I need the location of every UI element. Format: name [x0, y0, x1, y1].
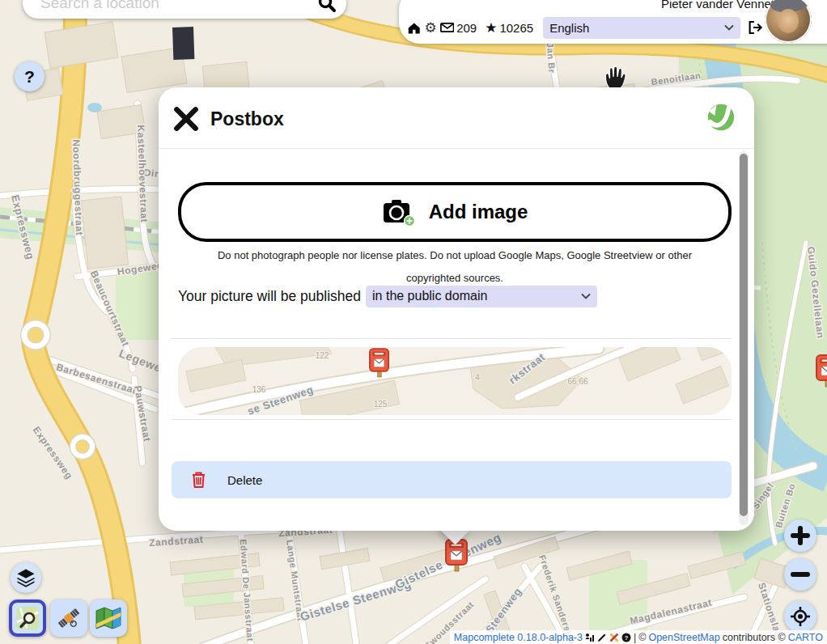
- question-circle-icon: ?: [621, 633, 631, 642]
- trash-icon: [191, 471, 206, 489]
- location-minimap[interactable]: 122136se Steenweg1254rkstraat66;66: [178, 347, 732, 415]
- house-number-label: 4: [475, 373, 480, 382]
- chevron-down-icon: [724, 24, 734, 31]
- language-select[interactable]: English: [543, 17, 740, 39]
- language-value: English: [549, 21, 589, 35]
- carto-link[interactable]: CARTO: [788, 632, 823, 643]
- add-image-label: Add image: [429, 201, 528, 223]
- modal-scrollbar[interactable]: [739, 151, 749, 525]
- flag-icon: [609, 633, 619, 642]
- avatar[interactable]: [765, 0, 812, 43]
- stats-icon: [585, 633, 595, 642]
- mapcomplete-version-link[interactable]: Mapcomplete 0.18.0-alpha-3: [454, 632, 583, 643]
- geolocate-button[interactable]: [784, 600, 816, 633]
- folded-map-icon: [95, 607, 121, 629]
- house-number-label: 122: [316, 351, 329, 360]
- attrib-separator: |: [634, 632, 636, 643]
- zoom-in-button[interactable]: [784, 519, 816, 552]
- image-upload-note: Do not photograph people nor license pla…: [189, 244, 720, 290]
- background-satellite-button[interactable]: [50, 600, 87, 637]
- search-bar[interactable]: [23, 0, 346, 19]
- satellite-icon: [57, 606, 81, 630]
- camera-plus-icon: [382, 197, 416, 227]
- attrib-contributors: contributors ©: [723, 632, 786, 643]
- license-label: Your picture will be published: [178, 288, 361, 305]
- delete-label: Delete: [227, 473, 262, 487]
- house-number-label: 136: [252, 385, 266, 394]
- pencil-icon: [597, 633, 607, 642]
- license-value: in the public domain: [372, 289, 487, 303]
- minus-icon: [791, 565, 810, 584]
- house-number-label: 125: [374, 400, 388, 409]
- osm-map-icon: [15, 606, 40, 630]
- messages-envelope-icon[interactable]: [440, 22, 454, 33]
- username[interactable]: Pieter vander Vennet: [661, 0, 774, 11]
- add-image-button[interactable]: Add image: [178, 182, 732, 242]
- divider: [172, 338, 732, 339]
- license-row: Your picture will be published in the pu…: [178, 285, 736, 307]
- pond: [87, 103, 102, 112]
- messages-count[interactable]: 209: [456, 21, 477, 35]
- help-button[interactable]: ?: [15, 61, 45, 91]
- home-icon[interactable]: [407, 20, 421, 36]
- search-icon[interactable]: [317, 0, 337, 13]
- dark-building: [172, 27, 194, 60]
- delete-button[interactable]: Delete: [172, 461, 732, 498]
- postbox-dialog: Postbox Add image Do not photograph peop…: [159, 87, 754, 531]
- dialog-body: Add image Do not photograph people nor l…: [159, 148, 754, 532]
- osm-link[interactable]: OpenStreetMap: [648, 632, 719, 643]
- license-select[interactable]: in the public domain: [366, 286, 597, 307]
- zoom-out-button[interactable]: [784, 558, 816, 591]
- plus-icon: [791, 526, 810, 545]
- settings-gear-icon[interactable]: ⚙: [424, 19, 436, 36]
- attrib-copyright: ©: [638, 632, 646, 643]
- background-map-button[interactable]: [90, 600, 127, 637]
- divider: [172, 419, 732, 420]
- background-osm-button[interactable]: [9, 600, 46, 637]
- house-number-label: 66;66: [567, 377, 587, 386]
- layers-icon: [16, 568, 36, 587]
- mapcomplete-app: Dirk MartensstraatExpresswegExpresswegNo…: [0, 0, 827, 644]
- user-bar: Pieter vander Vennet ⚙ 209 ★ 10265 Engli…: [399, 0, 827, 44]
- crosshair-icon: [790, 606, 811, 627]
- chevron-down-icon: [581, 293, 591, 299]
- stars-count[interactable]: 10265: [499, 21, 533, 35]
- help-label: ?: [24, 67, 35, 87]
- dialog-title: Postbox: [210, 108, 284, 130]
- logout-icon[interactable]: [748, 19, 763, 36]
- layers-button[interactable]: [11, 562, 41, 593]
- mapcomplete-logo-icon: [706, 102, 736, 133]
- modal-scrollbar-thumb[interactable]: [740, 154, 748, 516]
- svg-text:?: ?: [625, 633, 629, 641]
- close-icon[interactable]: [172, 105, 201, 133]
- search-input[interactable]: [39, 0, 317, 13]
- star-icon: ★: [485, 19, 497, 36]
- attribution-bar: Mapcomplete 0.18.0-alpha-3 ? | ©: [450, 630, 827, 644]
